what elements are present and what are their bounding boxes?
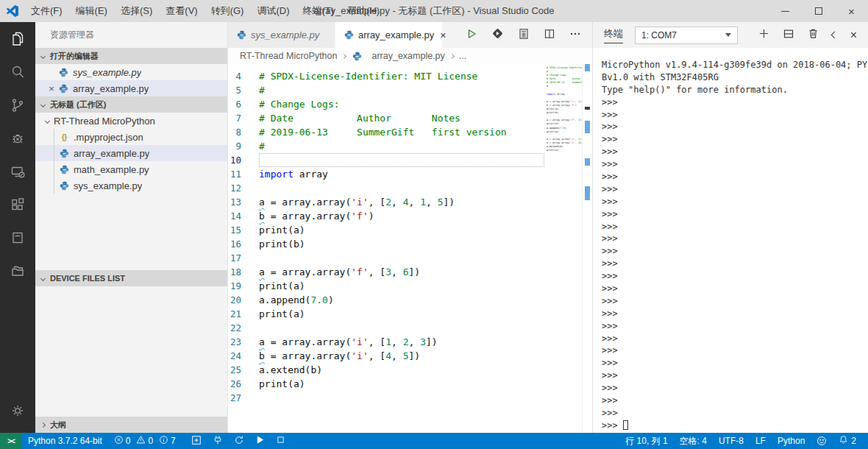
code-line-content[interactable]: # Date Author Notes xyxy=(259,111,544,125)
breadcrumb-folder[interactable]: RT-Thread MicroPython xyxy=(240,51,337,61)
remote-indicator[interactable]: >< xyxy=(0,433,22,449)
open-editor-item[interactable]: sys_example.py xyxy=(35,64,227,80)
code-line-content[interactable]: a.extend(b) xyxy=(259,363,544,377)
code-line-content[interactable]: b = array.array('i', [4, 5]) xyxy=(259,349,544,363)
close-tab-icon[interactable]: × xyxy=(434,29,446,41)
menu-item-2[interactable]: 选择(S) xyxy=(114,0,159,22)
new-terminal-icon[interactable] xyxy=(758,28,769,42)
tree-item[interactable]: {}.mpyproject.json xyxy=(35,129,227,145)
rt-thread-actions xyxy=(185,435,291,448)
close-editor-icon[interactable]: × xyxy=(46,83,57,94)
status-bar: >< Python 3.7.2 64-bit 0 0 7 行 10, 列 1 空… xyxy=(0,433,868,449)
code-line-content[interactable]: print(a) xyxy=(259,223,544,237)
code-editor[interactable]: 4# SPDX-License-Identifier: MIT License5… xyxy=(228,64,547,433)
tree-item[interactable]: sys_example.py xyxy=(35,177,227,194)
tab-array-example[interactable]: array_example.py × xyxy=(335,22,443,48)
tree-folder-rt-thread[interactable]: RT-Thread MicroPython xyxy=(35,113,227,129)
maximize-panel-icon[interactable] xyxy=(830,32,838,39)
split-editor-icon[interactable] xyxy=(544,28,555,43)
terminal-prompt-line: >>> xyxy=(602,333,868,345)
close-panel-icon[interactable]: × xyxy=(850,29,857,41)
code-line-content[interactable] xyxy=(259,391,544,405)
language-mode[interactable]: Python xyxy=(772,436,811,446)
python-interpreter[interactable]: Python 3.7.2 64-bit xyxy=(22,436,108,446)
tab-sys-example[interactable]: sys_example.py xyxy=(228,22,335,48)
sync-icon[interactable] xyxy=(234,435,244,448)
new-project-icon[interactable] xyxy=(191,435,202,448)
section-workspace[interactable]: 无标题 (工作区) xyxy=(35,96,227,113)
output-icon[interactable] xyxy=(0,221,35,254)
code-line-content[interactable]: a.append(7.0) xyxy=(259,293,544,307)
code-line-content[interactable] xyxy=(259,321,544,335)
run-icon[interactable] xyxy=(255,435,265,447)
menu-item-0[interactable]: 文件(F) xyxy=(24,0,69,22)
line-number: 20 xyxy=(228,293,259,307)
minimize-icon[interactable] xyxy=(769,0,802,22)
minimap[interactable]: # SPDX-License-Identifier: MIT License##… xyxy=(547,64,582,433)
code-line-content[interactable]: # xyxy=(259,139,544,153)
memory-board-icon[interactable] xyxy=(518,28,530,43)
close-window-icon[interactable]: × xyxy=(835,0,868,22)
overview-ruler[interactable] xyxy=(582,64,592,433)
feedback-smiley-icon[interactable] xyxy=(811,436,833,446)
code-line-content[interactable]: a = array.array('f', [3, 6]) xyxy=(259,265,544,279)
code-line-content[interactable]: import array xyxy=(259,167,544,181)
code-line-content[interactable] xyxy=(259,181,544,195)
section-device-files[interactable]: DEVICE FILES LIST xyxy=(35,270,227,286)
section-open-editors[interactable]: 打开的编辑器 xyxy=(35,48,227,64)
kill-terminal-icon[interactable] xyxy=(808,28,819,42)
code-line-content[interactable]: print(b) xyxy=(259,237,544,251)
debug-icon[interactable] xyxy=(0,121,35,155)
code-line-content[interactable]: # 2019-06-13 SummerGift first version xyxy=(259,125,544,139)
cursor-position[interactable]: 行 10, 列 1 xyxy=(619,435,673,448)
code-line-content[interactable]: b = array.array('f') xyxy=(259,209,544,223)
breadcrumb-symbol[interactable]: ... xyxy=(459,51,466,61)
code-line-content[interactable]: a = array.array('i', [1, 2, 3]) xyxy=(259,335,544,349)
line-number: 14 xyxy=(228,209,259,223)
terminal-selector-dropdown[interactable]: 1: COM7 xyxy=(635,26,738,44)
encoding[interactable]: UTF-8 xyxy=(713,436,750,446)
terminal-output[interactable]: MicroPython v1.9.4-114-g309fe39d on 2018… xyxy=(593,48,868,433)
source-control-icon[interactable] xyxy=(0,88,35,121)
code-line-content[interactable]: # xyxy=(259,83,544,97)
eol-sequence[interactable]: LF xyxy=(750,436,772,446)
tab-terminal[interactable]: 终端 xyxy=(604,27,623,43)
tree-item[interactable]: array_example.py xyxy=(35,145,227,161)
run-file-icon[interactable] xyxy=(466,28,477,43)
menu-item-1[interactable]: 编辑(E) xyxy=(69,0,114,22)
section-outline[interactable]: 大纲 xyxy=(35,417,227,433)
indentation[interactable]: 空格: 4 xyxy=(674,435,713,448)
explorer-icon[interactable] xyxy=(0,22,35,55)
plug-icon[interactable] xyxy=(213,435,223,448)
device-icon[interactable] xyxy=(0,155,35,188)
notifications-bell[interactable]: 2 xyxy=(833,435,862,447)
code-line-content[interactable] xyxy=(259,251,544,265)
folders-icon[interactable] xyxy=(0,254,35,287)
extensions-icon[interactable] xyxy=(0,188,35,221)
download-program-icon[interactable] xyxy=(491,27,504,43)
bell-icon xyxy=(839,435,848,447)
menu-item-3[interactable]: 查看(V) xyxy=(159,0,204,22)
code-line-content[interactable]: # Change Logs: xyxy=(259,97,544,111)
search-icon[interactable] xyxy=(0,55,35,88)
split-terminal-icon[interactable] xyxy=(783,28,794,43)
code-line-content[interactable]: print(a) xyxy=(259,377,544,391)
menu-item-4[interactable]: 转到(G) xyxy=(204,0,251,22)
tree-item[interactable]: math_example.py xyxy=(35,161,227,177)
settings-gear-icon[interactable] xyxy=(0,394,35,427)
more-actions-icon[interactable] xyxy=(569,28,581,43)
chevron-down-icon xyxy=(40,53,46,58)
code-line-content[interactable]: print(a) xyxy=(259,279,544,293)
stop-icon[interactable] xyxy=(276,435,285,447)
code-line-content[interactable] xyxy=(259,153,544,167)
breadcrumb-file[interactable]: array_example.py xyxy=(371,51,444,61)
maximize-icon[interactable] xyxy=(802,0,835,22)
code-line-content[interactable]: a = array.array('i', [2, 4, 1, 5]) xyxy=(259,195,544,209)
problems-indicator[interactable]: 0 0 7 xyxy=(108,435,185,447)
menu-item-5[interactable]: 调试(D) xyxy=(250,0,296,22)
line-number: 4 xyxy=(228,69,259,83)
code-line-content[interactable]: print(a) xyxy=(259,307,544,321)
python-icon xyxy=(58,165,70,174)
open-editor-item[interactable]: ×array_example.py xyxy=(35,80,227,96)
code-line-content[interactable]: # SPDX-License-Identifier: MIT License xyxy=(259,69,544,83)
